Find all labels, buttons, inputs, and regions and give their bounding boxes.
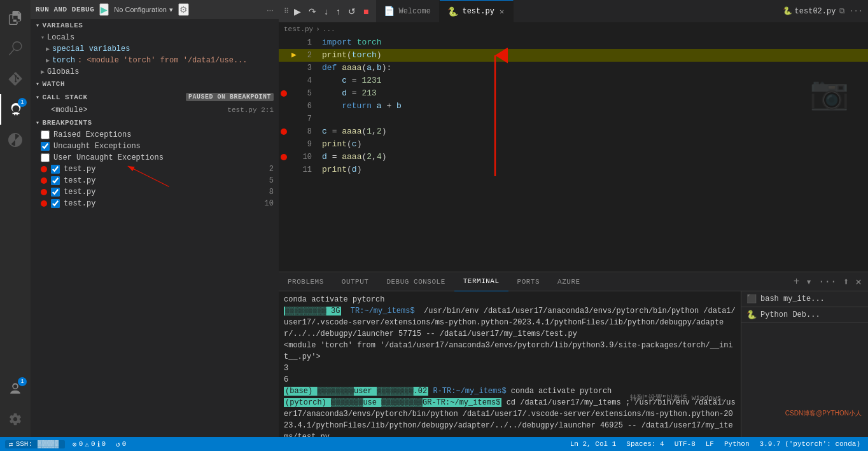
terminal-content[interactable]: conda activate pytorch ▓▓▓▓▓▓▓▓▓ 3G TR:~… <box>279 291 741 437</box>
errors-indicator[interactable]: ⊗ 0 ⚠ 0 ℹ 0 <box>70 440 108 448</box>
chevron-down-icon: ▾ <box>169 6 173 14</box>
panel-tab-terminal[interactable]: TERMINAL <box>454 272 508 291</box>
line-5-bp <box>279 90 289 97</box>
step-into-button[interactable]: ↓ <box>321 5 331 18</box>
activity-extensions[interactable] <box>0 125 31 155</box>
terminal-line-4: 3 <box>284 363 736 374</box>
split-editor-button[interactable]: ⧉ <box>839 7 845 16</box>
terminal-python-item[interactable]: 🐍 Python Deb... <box>741 307 868 323</box>
callstack-frame-item[interactable]: <module> test.py 2:1 <box>31 104 279 116</box>
bp-dot-10-icon <box>41 200 47 207</box>
code-line-6: 6 return a + b <box>279 100 868 113</box>
panel-tab-output[interactable]: OUTPUT <box>333 272 378 291</box>
breadcrumb: test.py › ... <box>279 22 868 36</box>
ssh-indicator[interactable]: ⇄ SSH: ▓▓▓▓▓ <box>5 440 65 448</box>
language-indicator[interactable]: Python <box>722 440 752 448</box>
watch-header[interactable]: ▾WATCH <box>31 78 279 90</box>
sync-indicator[interactable]: ↺ 0 <box>113 440 129 448</box>
line-num-8: 8 <box>299 125 319 138</box>
spaces-indicator[interactable]: Spaces: 4 <box>624 440 666 448</box>
bp-raised-exceptions-label: Raised Exceptions <box>53 130 274 139</box>
bp-testpy-2-label: test.py <box>64 165 265 174</box>
terminal-line-7: (pytorch) ▓▓▓▓▓▓▓use ▓▓▓▓▓▓▓▓▓GR-TR:~/my… <box>284 397 736 437</box>
bp-uncaught-exceptions[interactable]: Uncaught Exceptions <box>31 141 279 152</box>
more-tabs-button[interactable]: ··· <box>849 7 863 16</box>
python-version-indicator[interactable]: 3.9.7 ('pytorch': conda) <box>757 440 863 448</box>
activity-settings[interactable] <box>0 404 31 434</box>
special-variables-item[interactable]: ▶ special variables <box>31 43 279 55</box>
tab-testpy[interactable]: 🐍 test.py ✕ <box>440 0 514 22</box>
bp-testpy-10[interactable]: test.py 10 <box>31 198 279 209</box>
panel-tab-ports[interactable]: PORTS <box>508 272 549 291</box>
activity-debug[interactable]: 1 <box>0 94 31 125</box>
restart-button[interactable]: ↺ <box>346 5 358 18</box>
bp-testpy-8-checkbox[interactable] <box>51 188 60 197</box>
tab-test02py[interactable]: 🐍 test02.py <box>783 6 836 16</box>
bp-testpy-5-checkbox[interactable] <box>51 176 60 185</box>
statusbar-left: ⇄ SSH: ▓▓▓▓▓ ⊗ 0 ⚠ 0 ℹ 0 ↺ 0 <box>5 440 129 448</box>
panel-tab-debug-console[interactable]: DEBUG CONSOLE <box>377 272 454 291</box>
terminal-dropdown-button[interactable]: ▾ <box>804 275 813 288</box>
run-debug-bar: RUN AND DEBUG ▶ No Configuration ▾ ⚙ ··· <box>31 0 279 19</box>
more-actions-button[interactable]: ··· <box>267 5 274 15</box>
bp-user-uncaught[interactable]: User Uncaught Exceptions <box>31 152 279 163</box>
variables-header[interactable]: ▾VARIABLES <box>31 19 279 32</box>
drag-handle-icon[interactable]: ⠿ <box>284 7 289 15</box>
bp-testpy-2[interactable]: test.py 2 <box>31 163 279 175</box>
right-terminal-panel: ⬛ bash my_ite... 🐍 Python Deb... CSDN博客@… <box>741 291 868 437</box>
line-col-label: Ln 2, Col 1 <box>570 440 617 448</box>
add-terminal-button[interactable]: + <box>792 276 801 288</box>
eol-indicator[interactable]: LF <box>703 440 717 448</box>
start-debug-button[interactable]: ▶ <box>99 3 109 16</box>
step-out-button[interactable]: ↑ <box>333 5 343 18</box>
activity-git[interactable] <box>0 64 31 94</box>
continue-button[interactable]: ▶ <box>291 5 304 18</box>
breadcrumb-file[interactable]: test.py <box>284 25 313 33</box>
tab-welcome[interactable]: 📄 Welcome <box>376 0 440 22</box>
globals-item[interactable]: ▶ Globals <box>31 66 279 78</box>
bp-testpy-2-checkbox[interactable] <box>51 165 60 174</box>
watch-chevron-icon: ▾ <box>36 81 40 88</box>
step-over-button[interactable]: ↷ <box>306 5 319 18</box>
stop-button[interactable]: ■ <box>361 5 371 18</box>
bp-testpy-5[interactable]: test.py 5 <box>31 175 279 186</box>
info-count: 0 <box>102 440 106 448</box>
encoding-indicator[interactable]: UTF-8 <box>672 440 698 448</box>
bp-user-uncaught-checkbox[interactable] <box>41 153 50 162</box>
panel-close-button[interactable]: ✕ <box>854 275 863 288</box>
breadcrumb-item[interactable]: ... <box>323 25 335 33</box>
breakpoints-header[interactable]: ▾BREAKPOINTS <box>31 116 279 129</box>
bp-raised-exceptions[interactable]: Raised Exceptions <box>31 129 279 141</box>
terminal-bash-item[interactable]: ⬛ bash my_ite... <box>741 291 868 307</box>
info-icon: ℹ <box>97 440 100 448</box>
code-editor[interactable]: 📷 1 import torch ▶ 2 <box>279 36 868 176</box>
line-num-4: 4 <box>299 74 319 87</box>
callstack-section: ▾CALL STACK Paused on breakpoint <module… <box>31 90 279 116</box>
bp-uncaught-exceptions-checkbox[interactable] <box>41 142 50 151</box>
code-line-1: 1 import torch <box>279 36 868 49</box>
line-col-indicator[interactable]: Ln 2, Col 1 <box>568 440 619 448</box>
panel-tab-problems[interactable]: PROBLEMS <box>279 272 333 291</box>
line-content-8: c = aaaa(1,2) <box>319 125 868 138</box>
activity-explorer[interactable] <box>0 3 31 33</box>
bp-testpy-10-checkbox[interactable] <box>51 199 60 208</box>
activity-search[interactable] <box>0 33 31 64</box>
variables-section: ▾VARIABLES ▾ Locals ▶ special variables … <box>31 19 279 78</box>
config-selector[interactable]: No Configuration ▾ <box>114 6 173 14</box>
activity-accounts[interactable]: 1 <box>0 373 31 404</box>
testpy-close-button[interactable]: ✕ <box>498 6 505 18</box>
locals-item[interactable]: ▾ Locals <box>31 32 279 43</box>
torch-variable-item[interactable]: ▶ torch : <module 'torch' from '/data1/u… <box>31 55 279 66</box>
panel-tab-azure[interactable]: AZURE <box>549 272 589 291</box>
bp-testpy-10-label: test.py <box>64 199 261 208</box>
open-launch-json-button[interactable]: ⚙ <box>178 3 189 16</box>
panel-tabs: PROBLEMS OUTPUT DEBUG CONSOLE TERMINAL P… <box>279 272 868 291</box>
bp-raised-exceptions-checkbox[interactable] <box>41 130 50 139</box>
callstack-header[interactable]: ▾CALL STACK Paused on breakpoint <box>31 90 279 104</box>
panel-maximize-button[interactable]: ⬆ <box>842 275 851 288</box>
line-num-10: 10 <box>299 151 319 163</box>
code-line-11: 11 print(d) <box>279 163 868 176</box>
welcome-tab-icon: 📄 <box>384 6 395 17</box>
panel-more-button[interactable]: ··· <box>817 276 838 288</box>
bp-testpy-8[interactable]: test.py 8 <box>31 186 279 198</box>
